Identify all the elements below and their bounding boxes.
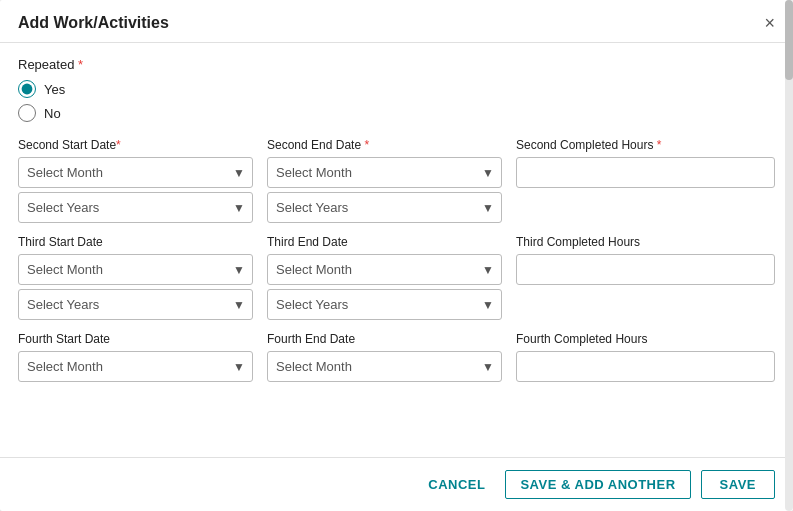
fourth-start-month-wrapper: Select Month ▼ (18, 351, 253, 382)
second-end-month-select[interactable]: Select Month (267, 157, 502, 188)
second-end-date-group: Second End Date * Select Month ▼ (267, 138, 502, 188)
fourth-labels-row: Fourth Start Date Select Month ▼ Fourth … (18, 332, 775, 382)
third-start-month-wrapper: Select Month ▼ (18, 254, 253, 285)
third-years-row: Select Years ▼ Select Years ▼ (18, 289, 775, 320)
radio-no-label[interactable]: No (44, 106, 61, 121)
third-hours-group: Third Completed Hours (516, 235, 775, 285)
second-hours-label: Second Completed Hours * (516, 138, 775, 152)
radio-yes[interactable] (18, 80, 36, 98)
second-start-year-select[interactable]: Select Years (18, 192, 253, 223)
third-section: Third Start Date Select Month ▼ Third En… (18, 235, 775, 320)
fourth-start-month-select[interactable]: Select Month (18, 351, 253, 382)
scrollbar-thumb[interactable] (785, 0, 793, 80)
second-hours-spacer (516, 192, 775, 223)
radio-no[interactable] (18, 104, 36, 122)
second-start-month-select[interactable]: Select Month (18, 157, 253, 188)
third-end-year-wrapper: Select Years ▼ (267, 289, 502, 320)
fourth-end-month-wrapper: Select Month ▼ (267, 351, 502, 382)
third-hours-label: Third Completed Hours (516, 235, 775, 249)
fourth-hours-label: Fourth Completed Hours (516, 332, 775, 346)
fourth-start-date-label: Fourth Start Date (18, 332, 253, 346)
save-button[interactable]: SAVE (701, 470, 775, 499)
cancel-button[interactable]: CANCEL (418, 471, 495, 498)
third-end-year-select[interactable]: Select Years (267, 289, 502, 320)
second-start-date-label: Second Start Date* (18, 138, 253, 152)
third-start-year-select[interactable]: Select Years (18, 289, 253, 320)
fourth-end-month-select[interactable]: Select Month (267, 351, 502, 382)
second-start-date-group: Second Start Date* Select Month ▼ (18, 138, 253, 188)
second-end-month-wrapper: Select Month ▼ (267, 157, 502, 188)
third-labels-row: Third Start Date Select Month ▼ Third En… (18, 235, 775, 285)
second-years-row: Select Years ▼ Select Years ▼ (18, 192, 775, 223)
second-end-year-select[interactable]: Select Years (267, 192, 502, 223)
fourth-hours-group: Fourth Completed Hours (516, 332, 775, 382)
modal-footer: CANCEL SAVE & ADD ANOTHER SAVE (0, 457, 793, 511)
fourth-hours-input[interactable] (516, 351, 775, 382)
second-labels-row: Second Start Date* Select Month ▼ Second… (18, 138, 775, 188)
third-end-month-select[interactable]: Select Month (267, 254, 502, 285)
third-end-month-wrapper: Select Month ▼ (267, 254, 502, 285)
required-star-2: * (116, 138, 121, 152)
radio-row-yes: Yes (18, 80, 775, 98)
fourth-section: Fourth Start Date Select Month ▼ Fourth … (18, 332, 775, 382)
third-hours-input[interactable] (516, 254, 775, 285)
fourth-end-date-group: Fourth End Date Select Month ▼ (267, 332, 502, 382)
third-hours-spacer (516, 289, 775, 320)
modal-container: Add Work/Activities × Repeated * Yes No (0, 0, 793, 511)
third-start-month-select[interactable]: Select Month (18, 254, 253, 285)
second-end-year-wrapper: Select Years ▼ (267, 192, 502, 223)
radio-yes-label[interactable]: Yes (44, 82, 65, 97)
repeated-label: Repeated * (18, 57, 775, 72)
modal-header: Add Work/Activities × (0, 0, 793, 43)
second-hours-input[interactable] (516, 157, 775, 188)
radio-row-no: No (18, 104, 775, 122)
fourth-end-date-label: Fourth End Date (267, 332, 502, 346)
third-start-year-wrapper: Select Years ▼ (18, 289, 253, 320)
modal-title: Add Work/Activities (18, 14, 169, 32)
third-end-date-group: Third End Date Select Month ▼ (267, 235, 502, 285)
required-star: * (78, 57, 83, 72)
repeated-radio-group: Yes No (18, 80, 775, 122)
second-hours-group: Second Completed Hours * (516, 138, 775, 188)
close-button[interactable]: × (764, 14, 775, 32)
third-start-date-label: Third Start Date (18, 235, 253, 249)
required-star-3: * (361, 138, 369, 152)
required-star-4: * (653, 138, 661, 152)
fourth-start-date-group: Fourth Start Date Select Month ▼ (18, 332, 253, 382)
second-section: Second Start Date* Select Month ▼ Second… (18, 138, 775, 223)
second-start-month-wrapper: Select Month ▼ (18, 157, 253, 188)
third-start-date-group: Third Start Date Select Month ▼ (18, 235, 253, 285)
modal-body: Repeated * Yes No Second Start Date* (0, 43, 793, 457)
save-add-another-button[interactable]: SAVE & ADD ANOTHER (505, 470, 690, 499)
second-start-year-wrapper: Select Years ▼ (18, 192, 253, 223)
third-end-date-label: Third End Date (267, 235, 502, 249)
second-end-date-label: Second End Date * (267, 138, 502, 152)
scrollbar-track[interactable] (785, 0, 793, 511)
